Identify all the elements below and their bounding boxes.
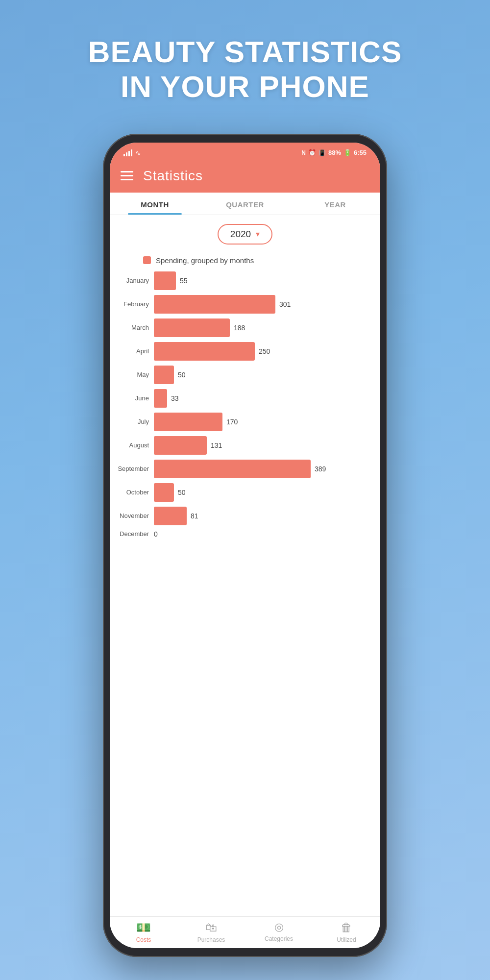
bar-value: 188 [234, 324, 245, 332]
nav-label-categories: Categories [265, 935, 293, 942]
app-header: Statistics [110, 161, 380, 193]
chart-row: February 301 [114, 295, 371, 314]
month-label: October [114, 489, 154, 496]
chart-row: November 81 [114, 507, 371, 525]
app-title: Statistics [143, 168, 203, 184]
month-label: March [114, 324, 154, 331]
bar [154, 295, 275, 314]
nfc-icon: N [301, 149, 306, 156]
bar [154, 318, 230, 337]
chart-area: Spending, grouped by months January 55 F… [110, 251, 380, 916]
bar-value: 301 [279, 300, 291, 308]
bar-value: 131 [211, 441, 222, 449]
nav-item-costs[interactable]: 💵 Costs [110, 921, 177, 943]
nav-label-costs: Costs [136, 936, 151, 943]
bar-value: 50 [178, 489, 186, 496]
wifi-icon: ∿ [135, 149, 141, 157]
bar-wrap: 301 [154, 295, 371, 314]
bar-wrap: 131 [154, 436, 371, 455]
year-selector-wrap: 2020 ▾ [110, 215, 380, 251]
month-label: May [114, 371, 154, 378]
bar-value: 0 [154, 530, 158, 538]
bar-value: 55 [180, 277, 188, 285]
bar [154, 436, 207, 455]
month-label: July [114, 418, 154, 425]
nav-item-categories[interactable]: ◎ Categories [245, 921, 313, 943]
vibrate-icon: 📳 [318, 149, 326, 156]
month-label: January [114, 277, 154, 284]
month-label: November [114, 512, 154, 519]
chart-row: January 55 [114, 271, 371, 290]
chart-row: July 170 [114, 413, 371, 431]
bar-wrap: 81 [154, 507, 371, 525]
bar [154, 460, 311, 478]
month-label: April [114, 347, 154, 355]
chart-row: October 50 [114, 483, 371, 502]
hamburger-menu[interactable] [121, 171, 133, 180]
bar-value: 170 [226, 418, 238, 426]
nav-label-utilized: Utilized [337, 936, 356, 943]
bar-wrap: 0 [154, 530, 371, 538]
phone-screen: ∿ N ⏰ 📳 88% 🔋 6:55 Statistics MONTH QUAR… [110, 143, 380, 948]
bottom-nav: 💵 Costs 🛍 Purchases ◎ Categories 🗑 Utili… [110, 916, 380, 948]
bar-value: 81 [191, 512, 198, 520]
bar-wrap: 33 [154, 389, 371, 408]
chart-row: December 0 [114, 530, 371, 538]
phone-mockup: ∿ N ⏰ 📳 88% 🔋 6:55 Statistics MONTH QUAR… [103, 134, 387, 957]
bar [154, 342, 255, 361]
bar [154, 271, 176, 290]
chart-legend: Spending, grouped by months [114, 256, 371, 265]
bar-wrap: 50 [154, 483, 371, 502]
chart-row: March 188 [114, 318, 371, 337]
tab-year[interactable]: YEAR [290, 193, 380, 215]
chart-row: May 50 [114, 366, 371, 384]
hero-title: BEAUTY STATISTICS IN YOUR PHONE [88, 34, 402, 104]
bar-value: 389 [315, 465, 326, 473]
chart-row: August 131 [114, 436, 371, 455]
bar-wrap: 50 [154, 366, 371, 384]
bar-value: 50 [178, 371, 186, 379]
tab-bar: MONTH QUARTER YEAR [110, 193, 380, 215]
bar-value: 33 [171, 394, 179, 402]
legend-color-dot [143, 256, 151, 264]
bar-wrap: 389 [154, 460, 371, 478]
bar-wrap: 250 [154, 342, 371, 361]
nav-label-purchases: Purchases [197, 936, 225, 943]
nav-item-purchases[interactable]: 🛍 Purchases [177, 921, 245, 943]
year-selector[interactable]: 2020 ▾ [218, 224, 272, 245]
battery-icon: 🔋 [343, 149, 351, 156]
chart-row: September 389 [114, 460, 371, 478]
chart-row: June 33 [114, 389, 371, 408]
bar [154, 366, 174, 384]
utilized-icon: 🗑 [341, 921, 352, 934]
legend-text: Spending, grouped by months [156, 256, 254, 265]
tab-quarter[interactable]: QUARTER [200, 193, 290, 215]
purchases-icon: 🛍 [205, 921, 217, 934]
tab-month[interactable]: MONTH [110, 193, 200, 215]
month-label: August [114, 441, 154, 449]
alarm-icon: ⏰ [308, 149, 316, 156]
clock: 6:55 [354, 149, 367, 156]
bar [154, 507, 187, 525]
chart-row: April 250 [114, 342, 371, 361]
nav-item-utilized[interactable]: 🗑 Utilized [313, 921, 380, 943]
month-label: June [114, 394, 154, 402]
signal-bars [123, 149, 132, 156]
status-bar: ∿ N ⏰ 📳 88% 🔋 6:55 [110, 143, 380, 161]
bar-wrap: 170 [154, 413, 371, 431]
chevron-down-icon: ▾ [256, 229, 260, 239]
bar [154, 483, 174, 502]
categories-icon: ◎ [274, 921, 284, 933]
costs-icon: 💵 [136, 921, 151, 934]
battery-percent: 88% [328, 149, 341, 156]
bar [154, 413, 222, 431]
chart-rows: January 55 February 301 March 188 April … [114, 271, 371, 538]
status-right: N ⏰ 📳 88% 🔋 6:55 [301, 149, 367, 156]
bar-wrap: 188 [154, 318, 371, 337]
bar-value: 250 [259, 347, 270, 355]
month-label: September [114, 465, 154, 472]
bar-wrap: 55 [154, 271, 371, 290]
month-label: February [114, 300, 154, 308]
month-label: December [114, 530, 154, 538]
year-value: 2020 [230, 229, 251, 240]
